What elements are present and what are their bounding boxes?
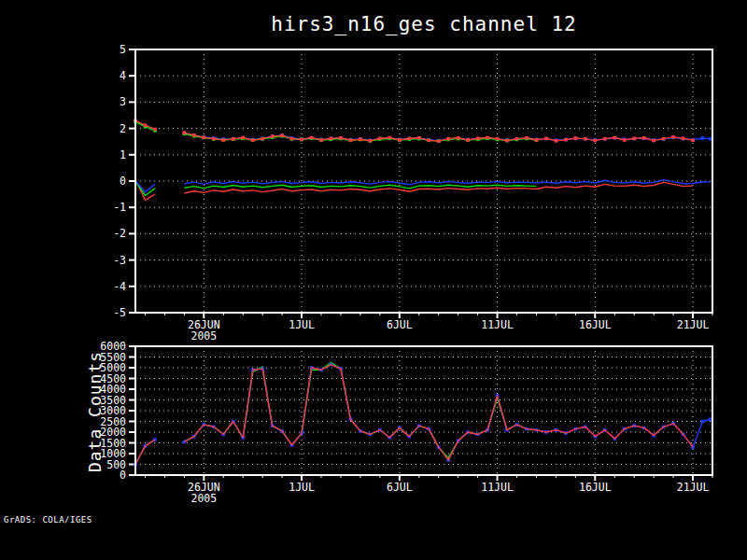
- bias-upper-red-line: [135, 120, 693, 141]
- data-point-marker: [310, 136, 314, 140]
- y-tick-label: -1: [113, 201, 126, 214]
- data-point-marker: [623, 138, 627, 142]
- grads-credit: GrADS: COLA/IGES: [4, 515, 92, 525]
- yaxis-label-data-counts: Data Counts: [85, 351, 105, 472]
- chart-canvas: 543210-1-2-3-4-526JUN20051JUL6JUL11JUL16…: [0, 0, 747, 560]
- y-tick-label: 4: [120, 69, 126, 82]
- x-tick-label: 16JUL: [579, 318, 612, 331]
- data-point-marker: [662, 137, 666, 141]
- data-point-marker: [505, 139, 509, 143]
- y-tick-label: -3: [113, 254, 126, 267]
- data-point-marker: [369, 139, 373, 143]
- data-point-marker: [476, 137, 480, 141]
- data-point-marker: [701, 420, 705, 424]
- data-point-marker: [603, 137, 607, 141]
- data-point-marker: [378, 137, 382, 141]
- counts-green-line: [135, 362, 537, 464]
- counts-blue-markers: [134, 363, 712, 467]
- x-tick-label: 6JUL: [387, 318, 413, 331]
- y-tick-label: -2: [113, 227, 126, 240]
- data-point-marker: [153, 128, 157, 132]
- data-point-marker: [652, 139, 655, 143]
- bias-panel: 543210-1-2-3-4-526JUN20051JUL6JUL11JUL16…: [113, 43, 712, 343]
- data-point-marker: [486, 136, 489, 140]
- x-tick-sublabel: 2005: [190, 329, 217, 343]
- y-tick-label: 1: [120, 148, 126, 161]
- data-point-marker: [535, 138, 539, 142]
- x-tick-label: 1JUL: [289, 318, 315, 331]
- data-point-marker: [642, 136, 646, 140]
- x-tick-label: 16JUL: [579, 481, 612, 494]
- x-tick-label: 1JUL: [289, 481, 315, 494]
- data-point-marker: [496, 137, 500, 141]
- data-point-marker: [192, 133, 196, 137]
- x-tick-label: 21JUL: [677, 318, 710, 331]
- data-point-marker: [446, 137, 450, 141]
- data-point-marker: [691, 138, 695, 142]
- data-point-marker: [594, 139, 598, 143]
- data-point-marker: [466, 138, 470, 142]
- data-point-marker: [183, 131, 187, 134]
- data-point-marker: [407, 137, 411, 141]
- y-tick-label: -4: [113, 280, 126, 293]
- data-point-marker: [241, 136, 245, 140]
- data-point-marker: [584, 137, 587, 141]
- x-tick-label: 21JUL: [677, 481, 710, 494]
- data-point-marker: [203, 135, 206, 139]
- y-tick-label: 2: [120, 122, 126, 135]
- data-point-marker: [437, 139, 441, 143]
- data-point-marker: [330, 137, 333, 141]
- data-point-marker: [555, 139, 558, 143]
- data-point-marker: [290, 137, 294, 141]
- data-point-marker: [212, 137, 216, 141]
- data-point-marker: [280, 133, 284, 137]
- y-tick-label: 0: [120, 175, 126, 188]
- data-point-marker: [427, 138, 430, 142]
- data-point-marker: [319, 138, 323, 142]
- y-tick-label: -5: [113, 306, 126, 319]
- data-point-marker: [144, 123, 148, 127]
- data-point-marker: [232, 137, 235, 141]
- x-tick-label: 6JUL: [387, 481, 413, 494]
- x-tick-label: 11JUL: [481, 318, 514, 331]
- data-counts-panel: 6000550050004500400035003000250020001500…: [100, 340, 712, 505]
- counts-blue-line: [135, 365, 711, 465]
- data-point-marker: [398, 138, 402, 142]
- bias-upper-blue-line: [135, 121, 711, 141]
- data-point-marker: [349, 138, 353, 142]
- data-point-marker: [221, 138, 225, 142]
- data-point-marker: [457, 136, 460, 140]
- data-point-marker: [564, 138, 568, 142]
- data-point-marker: [525, 136, 529, 140]
- grads-plot: hirs3_n16_ges channel 12 543210-1-2-3-4-…: [0, 0, 747, 560]
- data-point-marker: [613, 136, 616, 140]
- x-tick-label: 11JUL: [481, 481, 514, 494]
- counts-red-line: [135, 365, 693, 465]
- data-point-marker: [417, 136, 421, 140]
- data-point-marker: [388, 136, 392, 140]
- data-point-marker: [251, 138, 255, 142]
- data-point-marker: [701, 136, 705, 140]
- x-tick-sublabel: 2005: [190, 492, 217, 505]
- y-tick-label: 0: [120, 469, 126, 482]
- y-tick-label: 5: [120, 43, 126, 56]
- data-point-marker: [300, 138, 303, 142]
- data-point-marker: [574, 136, 578, 140]
- data-point-marker: [632, 137, 636, 141]
- data-point-marker: [339, 136, 343, 140]
- data-point-marker: [261, 137, 264, 141]
- data-point-marker: [671, 135, 675, 139]
- data-point-marker: [682, 137, 685, 141]
- data-point-marker: [544, 137, 548, 141]
- data-point-marker: [271, 134, 275, 138]
- data-point-marker: [515, 137, 519, 141]
- y-tick-label: 3: [120, 95, 126, 108]
- data-point-marker: [359, 137, 362, 141]
